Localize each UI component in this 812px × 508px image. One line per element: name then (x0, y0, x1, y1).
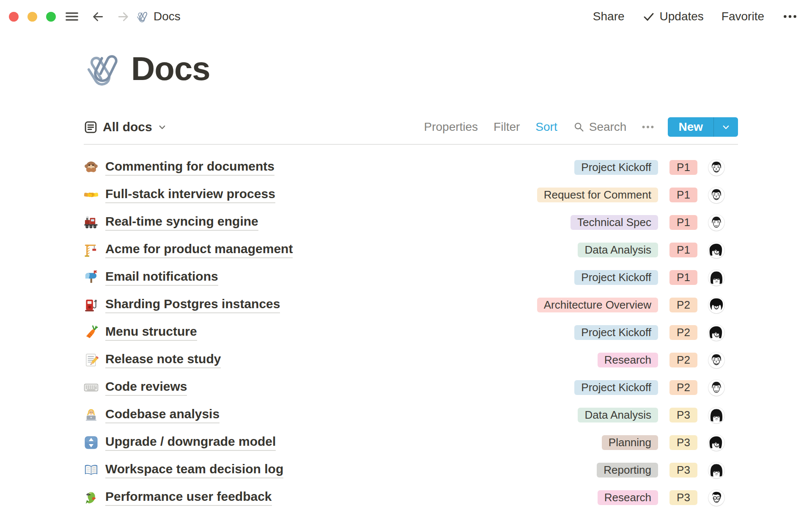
doc-priority-tag[interactable]: P3 (669, 408, 697, 422)
doc-owner-avatar[interactable] (708, 352, 724, 368)
properties-button[interactable]: Properties (424, 120, 478, 134)
doc-row[interactable]: Acme for product management Data Analysi… (84, 236, 738, 264)
doc-row[interactable]: Performance user feedback Research P3 (84, 484, 738, 508)
doc-priority-tag[interactable]: P3 (669, 490, 697, 505)
doc-row[interactable]: Sharding Postgres instances Architecture… (84, 291, 738, 319)
zoom-window-button[interactable] (46, 12, 56, 22)
forward-button[interactable] (117, 10, 130, 23)
doc-priority-tag[interactable]: P3 (669, 435, 697, 450)
up-down-button-icon (84, 435, 99, 450)
handshake-icon (84, 188, 99, 202)
doc-title-link[interactable]: Release note study (105, 352, 221, 368)
doc-owner-avatar[interactable] (708, 490, 724, 506)
arrow-left-icon (94, 13, 102, 20)
doc-owner-avatar[interactable] (708, 380, 724, 396)
doc-title-link[interactable]: Acme for product management (105, 242, 293, 258)
doc-owner-avatar[interactable] (708, 242, 724, 258)
doc-priority-tag[interactable]: P1 (669, 243, 697, 257)
doc-row[interactable]: Release note study Research P2 (84, 346, 738, 374)
doc-title-link[interactable]: Email notifications (105, 269, 218, 286)
doc-row[interactable]: Commenting for documents Project Kickoff… (84, 154, 738, 181)
view-toolbar: All docs Properties Filter Sort Search N… (84, 117, 738, 137)
doc-type-tag[interactable]: Research (598, 353, 658, 367)
doc-type-tag[interactable]: Data Analysis (578, 243, 658, 257)
doc-type-tag[interactable]: Data Analysis (578, 408, 658, 422)
doc-row[interactable]: Code reviews Project Kickoff P2 (84, 374, 738, 401)
close-window-button[interactable] (9, 12, 19, 22)
doc-owner-avatar[interactable] (708, 407, 724, 423)
doc-priority-tag[interactable]: P3 (669, 463, 697, 478)
doc-owner-avatar[interactable] (708, 297, 724, 313)
share-button[interactable]: Share (593, 10, 625, 23)
doc-owner-avatar[interactable] (708, 462, 724, 478)
doc-priority-tag[interactable]: P2 (669, 380, 697, 395)
doc-row[interactable]: Email notifications Project Kickoff P1 (84, 264, 738, 291)
view-selector[interactable]: All docs (84, 120, 167, 134)
doc-owner-avatar[interactable] (708, 325, 724, 341)
doc-priority-tag[interactable]: P2 (669, 353, 697, 367)
chevron-down-icon (721, 122, 731, 132)
doc-priority-tag[interactable]: P1 (669, 188, 697, 202)
doc-type-tag[interactable]: Request for Comment (537, 188, 658, 202)
sidebar-toggle-button[interactable] (65, 9, 79, 24)
doc-title-link[interactable]: Menu structure (105, 324, 197, 341)
arrow-right-icon (119, 13, 127, 20)
doc-title-link[interactable]: Code reviews (105, 379, 187, 396)
building-construction-icon (84, 243, 99, 257)
doc-title-link[interactable]: Performance user feedback (105, 489, 272, 506)
new-button-group: New (668, 117, 738, 137)
doc-owner-avatar[interactable] (708, 160, 724, 176)
doc-priority-tag[interactable]: P2 (669, 298, 697, 312)
doc-type-tag[interactable]: Project Kickoff (574, 160, 658, 175)
doc-type-tag[interactable]: Reporting (597, 463, 658, 478)
doc-title-link[interactable]: Workspace team decision log (105, 462, 283, 478)
woman-technologist-icon (84, 408, 99, 422)
doc-type-tag[interactable]: Project Kickoff (574, 270, 658, 285)
doc-priority-tag[interactable]: P1 (669, 160, 697, 175)
doc-row[interactable]: Codebase analysis Data Analysis P3 (84, 401, 738, 429)
new-doc-button[interactable]: New (668, 117, 713, 137)
doc-type-tag[interactable]: Architecture Overview (537, 298, 658, 312)
doc-type-tag[interactable]: Project Kickoff (574, 380, 658, 395)
page: Docs All docs Properties Filter Sort Sea… (84, 49, 738, 508)
doc-owner-avatar[interactable] (708, 187, 724, 203)
doc-title-link[interactable]: Codebase analysis (105, 407, 219, 423)
doc-title-link[interactable]: Upgrade / downgrade model (105, 434, 276, 451)
doc-row[interactable]: Real-time syncing engine Technical Spec … (84, 209, 738, 236)
more-options-button[interactable] (782, 8, 798, 25)
doc-type-tag[interactable]: Project Kickoff (574, 325, 658, 340)
doc-row[interactable]: Menu structure Project Kickoff P2 (84, 319, 738, 346)
doc-title-link[interactable]: Full-stack interview process (105, 187, 275, 203)
app-window: { "topbar": { "title": "Docs", "share_la… (0, 0, 812, 508)
doc-owner-avatar[interactable] (708, 270, 724, 286)
page-title[interactable]: Docs (131, 50, 210, 88)
updates-button[interactable]: Updates (642, 10, 704, 23)
doc-type-tag[interactable]: Technical Spec (571, 215, 658, 230)
doc-priority-tag[interactable]: P1 (669, 215, 697, 230)
back-button[interactable] (91, 10, 104, 23)
parrot-icon (84, 490, 99, 505)
doc-priority-tag[interactable]: P1 (669, 270, 697, 285)
linked-paperclips-page-icon[interactable] (84, 50, 121, 87)
doc-title-link[interactable]: Real-time syncing engine (105, 214, 258, 231)
doc-row[interactable]: Full-stack interview process Request for… (84, 181, 738, 209)
doc-row[interactable]: Workspace team decision log Reporting P3 (84, 456, 738, 484)
filter-button[interactable]: Filter (494, 120, 520, 134)
doc-type-tag[interactable]: Planning (602, 435, 658, 450)
doc-title-link[interactable]: Commenting for documents (105, 159, 274, 176)
doc-owner-avatar[interactable] (708, 215, 724, 231)
check-icon (642, 10, 655, 23)
favorite-button[interactable]: Favorite (721, 10, 764, 23)
doc-priority-tag[interactable]: P2 (669, 325, 697, 340)
new-doc-dropdown-button[interactable] (713, 117, 738, 137)
view-more-button[interactable] (641, 120, 655, 134)
minimize-window-button[interactable] (27, 12, 37, 22)
doc-row[interactable]: Upgrade / downgrade model Planning P3 (84, 429, 738, 456)
doc-owner-avatar[interactable] (708, 435, 724, 451)
search-icon (573, 121, 585, 133)
search-button[interactable]: Search (573, 120, 627, 134)
doc-title-link[interactable]: Sharding Postgres instances (105, 297, 280, 313)
doc-type-tag[interactable]: Research (598, 490, 658, 505)
sort-button[interactable]: Sort (535, 120, 557, 134)
ellipsis-icon (641, 120, 655, 134)
